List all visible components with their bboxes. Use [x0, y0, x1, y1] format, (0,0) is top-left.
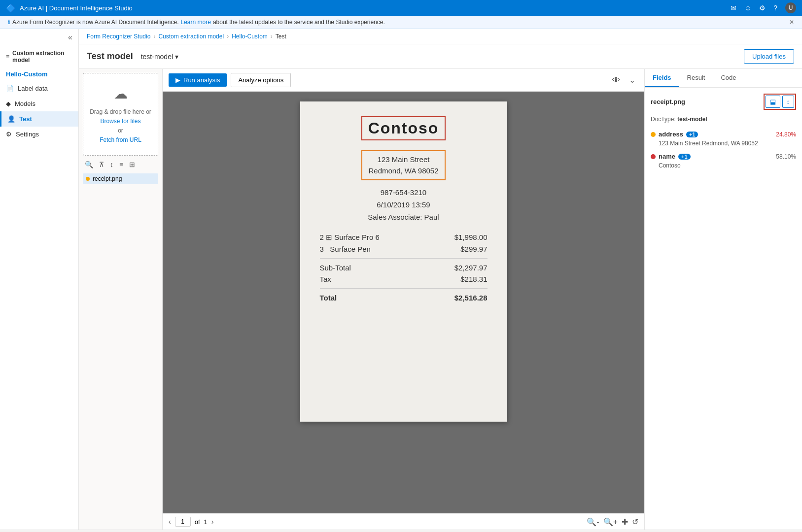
breadcrumb-sep-2: ›	[227, 33, 229, 40]
item1-price: $1,998.00	[454, 233, 488, 242]
receipt-datetime: 6/10/2019 13:59	[377, 200, 430, 209]
breadcrumb-custom-extraction[interactable]: Custom extraction model	[158, 33, 224, 40]
breadcrumb-form-recognizer[interactable]: Form Recognizer Studio	[87, 33, 150, 40]
name-confidence: 58.10%	[776, 153, 796, 160]
page-header: Test model test-model ▾ Upload files	[79, 44, 802, 69]
main-layout: « ≡ Custom extraction model Hello-Custom…	[0, 29, 802, 530]
receipt-item-2: 3 Surface Pen $299.97	[320, 245, 488, 253]
pan-button[interactable]: ✚	[622, 517, 628, 527]
doctype-row: DocType: test-model	[651, 116, 796, 123]
subtotal-label: Sub-Total	[320, 264, 351, 272]
email-icon[interactable]: ✉	[731, 4, 736, 12]
help-icon[interactable]: ?	[773, 4, 777, 12]
item2-qty-name: 3 Surface Pen	[320, 245, 371, 253]
info-icon: ℹ	[8, 19, 10, 26]
zoom-out-button[interactable]: 🔍-	[587, 517, 599, 527]
notification-suffix: about the latest updates to the service …	[213, 19, 385, 26]
test-icon: 👤	[7, 115, 15, 123]
title-bar-icons: ✉ ☺ ⚙ ? U	[731, 2, 796, 13]
tab-result[interactable]: Result	[679, 69, 713, 87]
right-panel-tabs: Fields Result Code	[645, 69, 802, 88]
file-name: receipt.png	[93, 175, 122, 182]
receipt-address-line2: Redmond, WA 98052	[368, 166, 438, 177]
sidebar-item-label-data[interactable]: 📄 Label data	[0, 81, 78, 96]
field-name-header: name +1 58.10%	[651, 153, 796, 160]
name-count: +1	[678, 154, 691, 160]
reset-zoom-button[interactable]: ↺	[632, 517, 638, 527]
menu-icon: ≡	[6, 53, 9, 60]
export-result-button[interactable]: ↕	[782, 96, 795, 108]
name-value: Contoso	[651, 162, 796, 169]
run-analysis-button[interactable]: ▶ Run analysis	[169, 73, 227, 87]
canvas-view-controls: 👁 ⌄	[609, 74, 638, 86]
next-page-button[interactable]: ›	[211, 518, 214, 526]
breadcrumb: Form Recognizer Studio › Custom extracti…	[79, 29, 802, 44]
receipt-item-1: 2 ⊞ Surface Pro 6 $1,998.00	[320, 233, 488, 242]
eye-view-button[interactable]: 👁	[609, 74, 623, 86]
learn-more-link[interactable]: Learn more	[181, 19, 211, 26]
sidebar-project[interactable]: Hello-Custom	[0, 67, 78, 81]
model-chevron-icon: ▾	[175, 53, 178, 61]
sidebar-item-settings[interactable]: ⚙ Settings	[0, 127, 78, 142]
upload-files-button[interactable]: Upload files	[744, 49, 794, 64]
analyze-options-button[interactable]: Analyze options	[231, 73, 291, 87]
file-status-dot	[86, 177, 90, 181]
prev-page-button[interactable]: ‹	[169, 518, 171, 526]
sidebar-title-label: Custom extraction model	[12, 50, 72, 64]
models-icon: ◆	[6, 100, 11, 107]
file-panel: ☁ Drag & drop file here or Browse for fi…	[79, 69, 163, 530]
sidebar-title: ≡ Custom extraction model	[0, 46, 78, 67]
sidebar-item-test[interactable]: 👤 Test	[0, 111, 78, 127]
receipt-associate: Sales Associate: Paul	[368, 213, 439, 221]
sort-file-button[interactable]: ↕	[108, 160, 115, 169]
zoom-controls: 🔍- 🔍+ ✚ ↺	[587, 517, 638, 527]
test-label: Test	[19, 115, 32, 123]
page-number-input[interactable]	[175, 517, 191, 527]
file-item-receipt[interactable]: receipt.png	[83, 173, 158, 184]
upload-drag-text: Drag & drop file here or	[89, 107, 152, 117]
item1-qty-name: 2 ⊞ Surface Pro 6	[320, 233, 380, 242]
page-title: Test model	[87, 51, 133, 62]
total-label: Total	[320, 294, 337, 302]
fetch-url-link[interactable]: Fetch from URL	[100, 136, 141, 143]
model-selector[interactable]: test-model ▾	[137, 51, 182, 63]
copy-result-button[interactable]: ⬓	[766, 96, 780, 108]
title-bar: 🔷 Azure AI | Document Intelligence Studi…	[0, 0, 802, 16]
list-view-button[interactable]: ≡	[117, 160, 125, 169]
upload-drop-area[interactable]: ☁ Drag & drop file here or Browse for fi…	[83, 73, 158, 156]
notification-close[interactable]: ✕	[789, 19, 794, 26]
settings-icon[interactable]: ⚙	[759, 4, 766, 12]
user-avatar[interactable]: U	[785, 2, 796, 13]
run-icon: ▶	[175, 76, 180, 84]
name-label-text: name	[659, 153, 675, 160]
expand-view-button[interactable]: ⌄	[626, 74, 638, 86]
sidebar-item-models[interactable]: ◆ Models	[0, 96, 78, 111]
page-total: 1	[204, 518, 208, 526]
receipt-tax-row: Tax $218.31	[320, 275, 488, 283]
address-count: +1	[686, 132, 698, 137]
cloud-upload-icon: ☁	[89, 83, 152, 105]
address-dot	[651, 132, 656, 137]
sidebar-toggle[interactable]: «	[0, 29, 78, 46]
total-value: $2,516.28	[454, 294, 488, 302]
item2-price: $299.97	[460, 245, 487, 253]
grid-view-button[interactable]: ⊞	[127, 160, 137, 169]
field-name-label: name +1	[651, 153, 691, 160]
emoji-icon[interactable]: ☺	[744, 4, 751, 12]
tab-code[interactable]: Code	[713, 69, 744, 87]
app-title: Azure AI | Document Intelligence Studio	[20, 4, 133, 12]
receipt-company-name: Contoso	[361, 116, 446, 140]
browse-files-link[interactable]: Browse for files	[100, 118, 140, 125]
zoom-in-button[interactable]: 🔍+	[603, 517, 618, 527]
address-value: 123 Main Street Redmond, WA 98052	[651, 140, 796, 147]
canvas-area: ▶ Run analysis Analyze options 👁 ⌄ Conto…	[163, 69, 644, 530]
tab-fields[interactable]: Fields	[645, 69, 679, 87]
breadcrumb-hello-custom[interactable]: Hello-Custom	[232, 33, 268, 40]
field-item-name: name +1 58.10% Contoso	[651, 153, 796, 169]
label-data-label: Label data	[18, 85, 48, 92]
canvas-toolbar: ▶ Run analysis Analyze options 👁 ⌄	[163, 69, 644, 92]
search-file-button[interactable]: 🔍	[83, 160, 95, 169]
receipt-divider-2	[320, 288, 488, 289]
result-file-name: receipt.png	[651, 98, 685, 105]
filter-file-button[interactable]: ⊼	[97, 160, 106, 169]
